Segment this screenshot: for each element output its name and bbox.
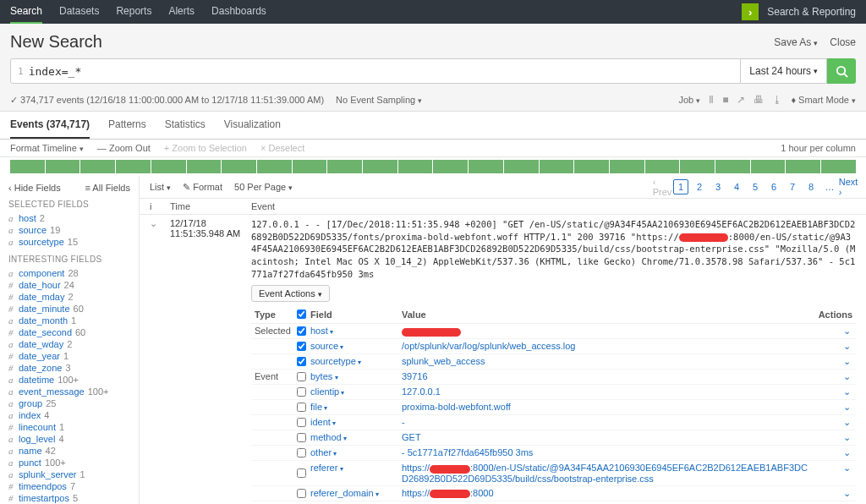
nav-search[interactable]: Search — [10, 0, 42, 24]
timeline-segment[interactable] — [46, 160, 80, 173]
field-value-file[interactable]: proxima-bold-webfont.woff — [398, 400, 814, 415]
print-icon[interactable]: 🖶 — [754, 94, 764, 106]
timeline-segment[interactable] — [187, 160, 222, 173]
field-name-source[interactable]: source — [307, 339, 398, 354]
field-action-bytes[interactable]: ⌄ — [814, 370, 856, 385]
timeline-segment[interactable] — [293, 160, 327, 173]
expand-icon[interactable]: ⌄ — [150, 218, 162, 504]
stop-icon[interactable]: ■ — [722, 94, 728, 106]
timeline-segment[interactable] — [363, 160, 397, 173]
page-…[interactable]: … — [822, 179, 837, 194]
field-checkbox-other[interactable] — [297, 448, 306, 457]
field-checkbox-referer[interactable] — [297, 468, 306, 478]
timeline-segment[interactable] — [151, 160, 186, 173]
field-value-source[interactable]: /opt/splunk/var/log/splunk/web_access.lo… — [398, 339, 814, 354]
tab-patterns[interactable]: Patterns — [108, 112, 146, 139]
field-timestartpos[interactable]: #timestartpos 5 — [8, 492, 130, 504]
zoom-out-button[interactable]: — Zoom Out — [97, 143, 151, 153]
timeline-segment[interactable] — [116, 160, 151, 173]
nav-datasets[interactable]: Datasets — [59, 0, 99, 24]
field-date_second[interactable]: #date_second 60 — [8, 326, 130, 338]
timeline-segment[interactable] — [504, 160, 539, 173]
timeline-segment[interactable] — [751, 160, 786, 173]
field-value-host[interactable] — [398, 324, 814, 339]
nav-dashboards[interactable]: Dashboards — [211, 0, 266, 24]
field-name-req_time[interactable]: req_time — [307, 501, 398, 504]
timeline-segment[interactable] — [574, 160, 609, 173]
field-name-clientip[interactable]: clientip — [307, 385, 398, 400]
field-log_level[interactable]: alog_level 4 — [8, 433, 130, 445]
field-value-referer[interactable]: https://:8000/en-US/static/@9A34F45AA210… — [398, 461, 814, 485]
field-name[interactable]: aname 42 — [8, 445, 130, 457]
field-date_year[interactable]: #date_year 1 — [8, 350, 130, 362]
page-2[interactable]: 2 — [692, 179, 707, 194]
timeline-segment[interactable] — [540, 160, 574, 173]
tab-visualization[interactable]: Visualization — [224, 112, 281, 139]
field-source[interactable]: asource 19 — [8, 224, 130, 236]
timeline-segment[interactable] — [715, 160, 750, 173]
field-value-other[interactable]: - 5c1771a7f27fda645fb950 3ms — [398, 446, 814, 461]
event-raw[interactable]: 127.0.0.1 - - [17/Dec/2018:11:51:35.948 … — [251, 218, 856, 280]
timeline-segment[interactable] — [821, 160, 856, 173]
timeline-segment[interactable] — [398, 160, 433, 173]
field-value-method[interactable]: GET — [398, 430, 814, 446]
close-button[interactable]: Close — [830, 36, 856, 48]
timeline-segment[interactable] — [433, 160, 468, 173]
search-input[interactable]: 1 index=_* — [10, 58, 741, 84]
page-4[interactable]: 4 — [729, 179, 744, 194]
pause-icon[interactable]: Ⅱ — [709, 94, 714, 106]
all-fields-button[interactable]: ≡ All Fields — [85, 183, 131, 193]
field-name-other[interactable]: other — [307, 446, 398, 461]
field-action-req_time[interactable]: ⌄ — [814, 501, 856, 504]
field-value-bytes[interactable]: 39716 — [398, 370, 814, 385]
field-name-ident[interactable]: ident — [307, 415, 398, 430]
field-value-clientip[interactable]: 127.0.0.1 — [398, 385, 814, 400]
timeline-segment[interactable] — [680, 160, 715, 173]
field-checkbox-referer_domain[interactable] — [297, 489, 306, 498]
field-action-ident[interactable]: ⌄ — [814, 415, 856, 430]
timeline-segment[interactable] — [80, 160, 115, 173]
timeline-segment[interactable] — [469, 160, 503, 173]
event-actions-button[interactable]: Event Actions — [251, 285, 330, 302]
field-value-sourcetype[interactable]: splunk_web_access — [398, 354, 814, 370]
field-date_mday[interactable]: #date_mday 2 — [8, 291, 130, 303]
timeline-segment[interactable] — [327, 160, 362, 173]
field-linecount[interactable]: #linecount 1 — [8, 421, 130, 433]
tab-events[interactable]: Events (374,717) — [10, 112, 90, 139]
field-name-file[interactable]: file — [307, 400, 398, 415]
export-icon[interactable]: ⭳ — [772, 94, 782, 106]
field-checkbox-clientip[interactable] — [297, 387, 306, 397]
field-action-clientip[interactable]: ⌄ — [814, 385, 856, 400]
field-checkbox-method[interactable] — [297, 433, 306, 442]
field-action-file[interactable]: ⌄ — [814, 400, 856, 415]
field-checkbox-bytes[interactable] — [297, 372, 306, 381]
next-page[interactable]: Next › — [841, 179, 856, 194]
field-date_wday[interactable]: adate_wday 2 — [8, 338, 130, 350]
field-sourcetype[interactable]: asourcetype 15 — [8, 236, 130, 248]
field-date_minute[interactable]: #date_minute 60 — [8, 303, 130, 315]
field-checkbox-ident[interactable] — [297, 418, 306, 427]
timeline-segment[interactable] — [645, 160, 680, 173]
field-action-referer_domain[interactable]: ⌄ — [814, 486, 856, 501]
field-component[interactable]: acomponent 28 — [8, 267, 130, 279]
field-date_zone[interactable]: #date_zone 3 — [8, 362, 130, 374]
field-action-method[interactable]: ⌄ — [814, 430, 856, 446]
field-action-sourcetype[interactable]: ⌄ — [814, 354, 856, 370]
sampling-dropdown[interactable]: No Event Sampling — [336, 95, 422, 105]
list-view-dropdown[interactable]: List — [150, 182, 171, 192]
field-index[interactable]: aindex 4 — [8, 409, 130, 421]
timeline-segment[interactable] — [786, 160, 820, 173]
field-timeendpos[interactable]: #timeendpos 7 — [8, 480, 130, 492]
smart-mode-dropdown[interactable]: ♦ Smart Mode — [791, 95, 856, 105]
page-1[interactable]: 1 — [673, 179, 688, 194]
job-menu[interactable]: Job — [678, 95, 700, 105]
timeline-chart[interactable] — [0, 157, 866, 176]
field-checkbox-host[interactable] — [297, 326, 306, 336]
field-date_hour[interactable]: #date_hour 24 — [8, 279, 130, 291]
timeline-segment[interactable] — [10, 160, 45, 173]
field-action-other[interactable]: ⌄ — [814, 446, 856, 461]
field-splunk_server[interactable]: asplunk_server 1 — [8, 468, 130, 480]
col-time-header[interactable]: Time — [170, 201, 243, 211]
field-datetime[interactable]: adatetime 100+ — [8, 374, 130, 386]
field-action-host[interactable]: ⌄ — [814, 324, 856, 339]
